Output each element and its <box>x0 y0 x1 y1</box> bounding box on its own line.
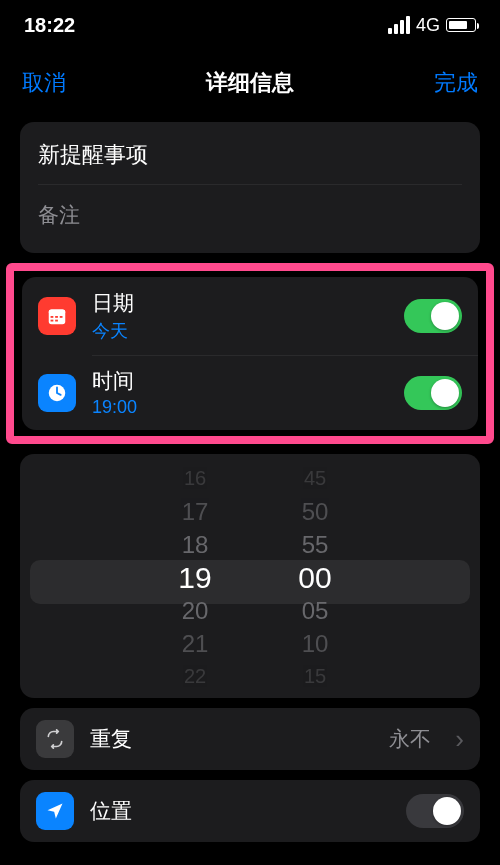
svg-rect-1 <box>49 310 66 315</box>
done-button[interactable]: 完成 <box>434 68 478 98</box>
svg-rect-5 <box>51 320 54 322</box>
svg-rect-2 <box>51 316 54 318</box>
network-label: 4G <box>416 15 440 36</box>
highlight-frame: 日期 今天 时间 19:00 <box>6 263 494 444</box>
time-toggle[interactable] <box>404 376 462 410</box>
repeat-value: 永不 <box>389 725 431 753</box>
repeat-label: 重复 <box>90 725 373 753</box>
time-picker-card: 16 17 18 19 20 21 22 45 50 55 00 05 10 1… <box>20 454 480 698</box>
repeat-row[interactable]: 重复 永不 › <box>20 708 480 770</box>
svg-rect-6 <box>55 320 58 322</box>
status-right: 4G <box>388 15 476 36</box>
location-label: 位置 <box>90 797 390 825</box>
repeat-card: 重复 永不 › <box>20 708 480 770</box>
cancel-button[interactable]: 取消 <box>22 68 66 98</box>
status-bar: 18:22 4G <box>0 0 500 50</box>
time-row[interactable]: 时间 19:00 <box>22 355 478 430</box>
input-card: 新提醒事项 备注 <box>20 122 480 253</box>
reminder-notes-input[interactable]: 备注 <box>38 185 462 253</box>
battery-icon <box>446 18 476 32</box>
chevron-right-icon: › <box>455 724 464 755</box>
location-row[interactable]: 位置 <box>20 780 480 842</box>
hour-column[interactable]: 16 17 18 19 20 21 22 <box>155 462 235 692</box>
svg-rect-3 <box>55 316 58 318</box>
location-icon <box>36 792 74 830</box>
date-toggle[interactable] <box>404 299 462 333</box>
page-title: 详细信息 <box>206 68 294 98</box>
minute-column[interactable]: 45 50 55 00 05 10 15 <box>275 462 355 692</box>
repeat-icon <box>36 720 74 758</box>
time-value: 19:00 <box>92 397 388 418</box>
location-card: 位置 <box>20 780 480 842</box>
status-time: 18:22 <box>24 14 75 37</box>
clock-icon <box>38 374 76 412</box>
date-label: 日期 <box>92 289 388 317</box>
location-toggle[interactable] <box>406 794 464 828</box>
reminder-title-input[interactable]: 新提醒事项 <box>38 122 462 184</box>
nav-bar: 取消 详细信息 完成 <box>0 50 500 112</box>
svg-rect-4 <box>60 316 63 318</box>
time-picker[interactable]: 16 17 18 19 20 21 22 45 50 55 00 05 10 1… <box>20 462 480 692</box>
signal-icon <box>388 16 410 34</box>
datetime-card: 日期 今天 时间 19:00 <box>22 277 478 430</box>
date-row[interactable]: 日期 今天 <box>22 277 478 355</box>
date-value: 今天 <box>92 319 388 343</box>
time-label: 时间 <box>92 367 388 395</box>
picker-selection-band <box>30 560 470 604</box>
calendar-icon <box>38 297 76 335</box>
